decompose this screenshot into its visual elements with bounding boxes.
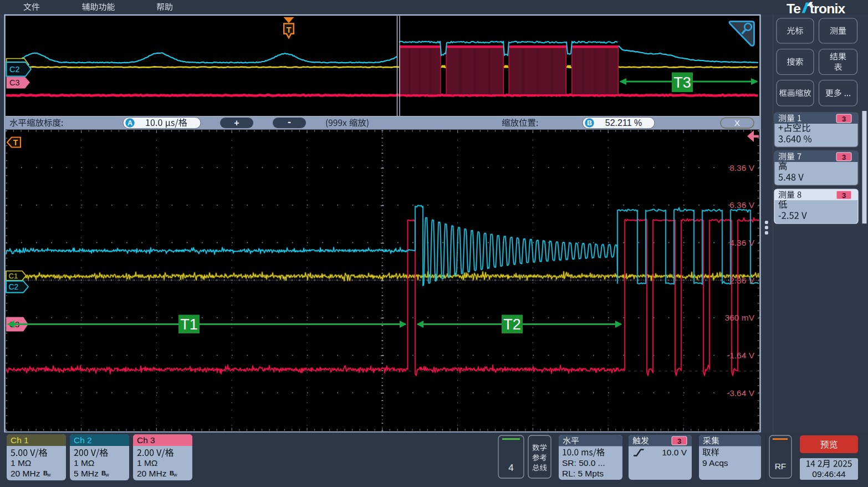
svg-text:w: w	[173, 472, 177, 478]
svg-text:X: X	[734, 118, 741, 128]
svg-text:B: B	[587, 119, 592, 127]
svg-text:T3: T3	[673, 74, 691, 91]
svg-text:tronix: tronix	[810, 1, 845, 16]
svg-text:Ch 3: Ch 3	[137, 435, 155, 445]
svg-text:+: +	[234, 118, 239, 128]
svg-text:10.0 V: 10.0 V	[662, 448, 687, 457]
svg-text:3: 3	[677, 437, 681, 445]
svg-text:-: -	[288, 116, 291, 128]
svg-text:09:46:44: 09:46:44	[812, 469, 846, 479]
svg-text:5 MHz: 5 MHz	[74, 469, 99, 478]
svg-text:Ch 1: Ch 1	[11, 435, 29, 445]
svg-text:6.36 V: 6.36 V	[729, 200, 754, 210]
svg-text:C3: C3	[9, 78, 20, 87]
svg-text:RF: RF	[775, 461, 787, 471]
svg-text:3: 3	[842, 191, 846, 200]
svg-text:C2: C2	[9, 282, 19, 291]
svg-text:360 mV: 360 mV	[725, 313, 755, 322]
svg-text:T2: T2	[503, 316, 521, 333]
svg-text:C2: C2	[9, 65, 20, 74]
svg-text:1 MΩ: 1 MΩ	[11, 458, 31, 468]
svg-text:w: w	[47, 472, 51, 478]
svg-text:8.36 V: 8.36 V	[729, 163, 754, 173]
svg-text:9 Acqs: 9 Acqs	[702, 458, 728, 468]
svg-text:4.36 V: 4.36 V	[729, 238, 754, 247]
svg-text:20 MHz: 20 MHz	[11, 469, 40, 478]
svg-text:Te: Te	[787, 1, 800, 16]
svg-text:3: 3	[842, 153, 846, 161]
svg-text:Ch 2: Ch 2	[74, 435, 92, 445]
svg-text:4: 4	[508, 463, 513, 473]
svg-text:1 MΩ: 1 MΩ	[74, 458, 94, 468]
svg-text:52.211 %: 52.211 %	[605, 118, 642, 128]
svg-text:A: A	[127, 119, 132, 127]
svg-text:-3.64 V: -3.64 V	[727, 388, 755, 398]
svg-text:2.36 V: 2.36 V	[729, 276, 754, 285]
svg-text:SR: 50.0 ...: SR: 50.0 ...	[562, 458, 605, 468]
svg-text:T: T	[286, 25, 291, 34]
svg-text:20 MHz: 20 MHz	[137, 469, 166, 478]
svg-text:-1.64 V: -1.64 V	[727, 351, 755, 360]
svg-text:C1: C1	[9, 272, 18, 280]
svg-text:w: w	[105, 472, 109, 478]
svg-text:RL: 5 Mpts: RL: 5 Mpts	[562, 469, 604, 478]
svg-text:1 MΩ: 1 MΩ	[137, 458, 157, 468]
svg-text:3: 3	[842, 115, 846, 123]
svg-text:T: T	[13, 138, 18, 147]
svg-text:T1: T1	[180, 316, 198, 333]
